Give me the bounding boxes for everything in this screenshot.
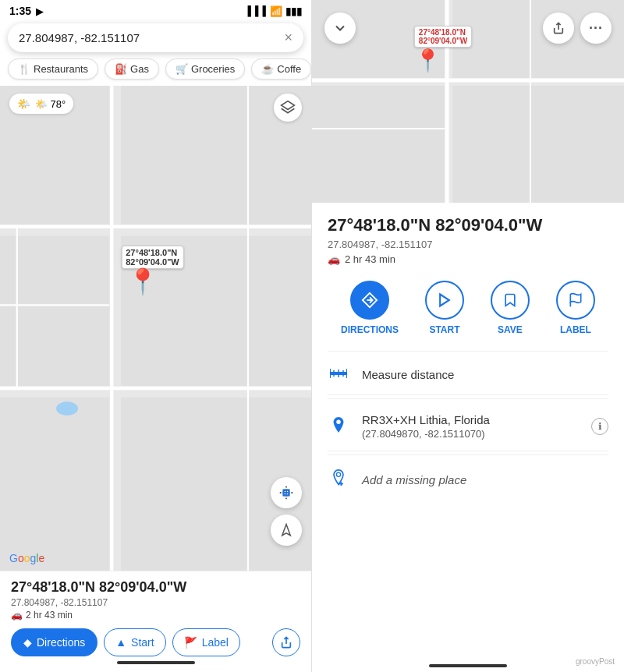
add-place-icon: [328, 469, 349, 490]
pin-label-left: 27°48'18.0"N 82°09'04.0"W: [121, 246, 184, 269]
map-right: ··· 27°48'18.0"N 82°09'04.0"W 📍: [312, 0, 624, 203]
gas-icon: ⛽: [115, 63, 127, 75]
clear-button[interactable]: ×: [284, 30, 292, 46]
directions-label: DIRECTIONS: [341, 324, 399, 335]
directions-icon: ◆: [23, 636, 32, 649]
map-left: 🌤️ 🌤️ 78° 27°48'18.0"N 82°09'04.0"W 📍: [0, 86, 311, 571]
svg-rect-5: [0, 398, 109, 571]
weather-icon: 🌤️: [17, 97, 30, 110]
location-title-left: 27°48'18.0"N 82°09'04.0"W: [11, 579, 300, 596]
action-bar-left: ◆ Directions ▲ Start 🚩 Label: [11, 628, 300, 656]
directions-button[interactable]: ◆ Directions: [11, 628, 98, 656]
search-text: 27.804987, -82.151107: [19, 31, 278, 44]
drive-time-right: 🚗 2 hr 43 min: [328, 253, 608, 265]
label-button-left[interactable]: 🚩 Label: [172, 628, 240, 656]
svg-point-37: [336, 419, 341, 424]
plus-code-item[interactable]: RR3X+XH Lithia, Florida (27.8049870, -82…: [328, 402, 608, 451]
coffee-icon: ☕: [261, 63, 274, 75]
weather-badge: 🌤️ 🌤️ 78°: [9, 94, 73, 114]
measure-icon: [328, 366, 349, 384]
left-panel: 1:35 ▶ ▐▐▐ 📶 ▮▮▮ 27.804987, -82.151107 ×…: [0, 0, 312, 672]
status-time: 1:35 ▶: [9, 5, 43, 17]
more-button-right[interactable]: ···: [580, 12, 612, 44]
restaurant-icon: 🍴: [18, 63, 30, 75]
divider-1: [328, 351, 608, 352]
start-circle: [425, 281, 464, 320]
filter-restaurants[interactable]: 🍴 Restaurants: [8, 58, 98, 80]
share-button-right[interactable]: [543, 12, 574, 44]
filter-gas[interactable]: ⛽ Gas: [105, 58, 159, 80]
plus-code-text: RR3X+XH Lithia, Florida: [362, 413, 579, 426]
home-indicator-right: [429, 664, 507, 667]
map-pin-right: 27°48'18.0"N 82°09'04.0"W 📍: [414, 26, 472, 73]
action-buttons-right: DIRECTIONS START SAVE: [328, 281, 608, 335]
google-logo: Google: [9, 552, 44, 564]
bottom-sheet-left: 27°48'18.0"N 82°09'04.0"W 27.804987, -82…: [0, 571, 311, 672]
add-place-text: Add a missing place: [362, 473, 466, 486]
right-panel: ··· 27°48'18.0"N 82°09'04.0"W 📍 27°48'18…: [312, 0, 624, 672]
svg-marker-29: [440, 295, 449, 306]
wifi-icon: 📶: [270, 5, 282, 17]
svg-rect-22: [312, 86, 445, 203]
layers-button[interactable]: [274, 94, 302, 122]
directions-action[interactable]: DIRECTIONS: [341, 281, 399, 335]
pin-location-icon: [328, 416, 349, 437]
save-circle: [491, 281, 530, 320]
watermark: groovyPost: [576, 657, 615, 666]
status-icons: ▐▐▐ 📶 ▮▮▮: [244, 5, 302, 17]
measure-text: Measure distance: [362, 368, 608, 381]
water-blob: [56, 401, 78, 416]
car-icon-left: 🚗: [11, 610, 23, 621]
search-bar[interactable]: 27.804987, -82.151107 ×: [8, 23, 303, 52]
plus-code-sub: (27.8049870, -82.1511070): [362, 428, 579, 440]
plus-code-content: RR3X+XH Lithia, Florida (27.8049870, -82…: [362, 413, 579, 440]
focus-button[interactable]: [271, 477, 302, 508]
coordinates-left: 27.804987, -82.151107: [11, 597, 300, 608]
filter-row: 🍴 Restaurants ⛽ Gas 🛒 Groceries ☕ Coffe: [0, 58, 311, 86]
save-label: SAVE: [498, 324, 523, 335]
filter-coffee[interactable]: ☕ Coffe: [251, 58, 311, 80]
label-action[interactable]: LABEL: [556, 281, 595, 335]
svg-marker-18: [282, 525, 291, 536]
directions-circle: [350, 281, 389, 320]
temperature: 🌤️ 78°: [35, 98, 66, 110]
measure-distance-item[interactable]: Measure distance: [328, 355, 608, 395]
svg-rect-23: [452, 86, 624, 203]
add-missing-place-item[interactable]: Add a missing place: [328, 458, 608, 501]
home-indicator-left: [117, 661, 195, 664]
status-bar: 1:35 ▶ ▐▐▐ 📶 ▮▮▮: [0, 0, 311, 20]
location-title-right: 27°48'18.0"N 82°09'04.0"W: [328, 215, 608, 235]
start-icon-left: ▲: [115, 636, 126, 649]
groceries-icon: 🛒: [176, 63, 188, 75]
back-button-right[interactable]: [324, 12, 356, 44]
svg-marker-13: [282, 101, 295, 110]
label-circle: [556, 281, 595, 320]
start-label: START: [429, 324, 459, 335]
divider-3: [328, 454, 608, 455]
start-action[interactable]: START: [425, 281, 464, 335]
label-label: LABEL: [560, 324, 591, 335]
detail-panel: 27°48'18.0"N 82°09'04.0"W 27.804987, -82…: [312, 203, 624, 658]
top-right-buttons: ···: [543, 12, 612, 44]
save-action[interactable]: SAVE: [491, 281, 530, 335]
share-button-left[interactable]: [272, 628, 300, 656]
svg-point-38: [336, 472, 340, 476]
car-icon-right: 🚗: [328, 253, 340, 265]
divider-2: [328, 398, 608, 399]
info-button[interactable]: ℹ: [591, 418, 608, 435]
navigation-button[interactable]: [271, 515, 302, 546]
map-pin-left: 27°48'18.0"N 82°09'04.0"W 📍: [127, 244, 184, 294]
drive-time-left: 🚗 2 hr 43 min: [11, 610, 300, 621]
pin-label-right: 27°48'18.0"N 82°09'04.0"W: [414, 26, 472, 48]
filter-groceries[interactable]: 🛒 Groceries: [165, 58, 245, 80]
label-icon-left: 🚩: [184, 636, 197, 649]
start-button-left[interactable]: ▲ Start: [104, 628, 165, 656]
signal-icon: ▐▐▐: [244, 5, 267, 16]
coordinates-right: 27.804987, -82.151107: [328, 239, 608, 250]
battery-icon: ▮▮▮: [285, 5, 302, 17]
